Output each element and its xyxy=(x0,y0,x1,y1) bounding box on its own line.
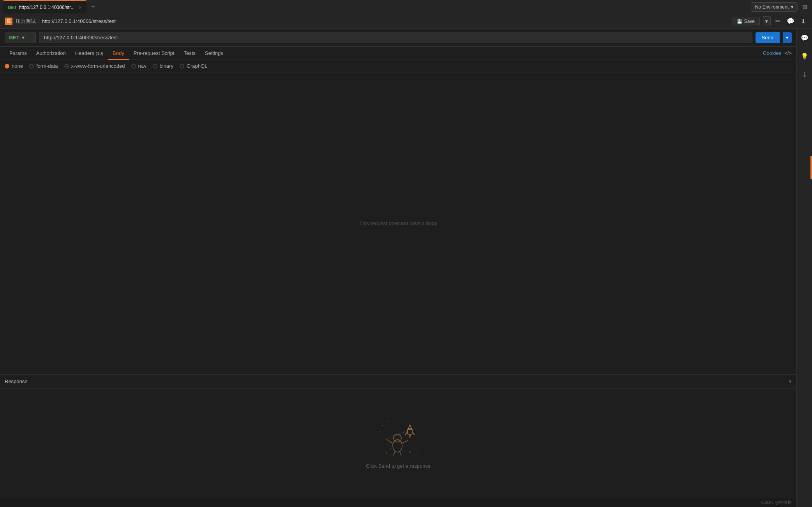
tab-close-icon[interactable]: × xyxy=(78,4,81,11)
tab-method-badge: GET xyxy=(8,5,17,10)
url-input[interactable] xyxy=(39,32,752,43)
tab-title: http://127.0.0.1:40006/str... xyxy=(19,5,75,10)
info-sidebar-icon[interactable]: ℹ xyxy=(801,69,808,81)
send-dropdown-button[interactable]: ▾ xyxy=(783,32,792,43)
response-body: Click Send to get a response xyxy=(0,389,796,498)
svg-point-8 xyxy=(395,435,400,441)
content-wrapper: GET ▾ Send ▾ Params Authorization Header… xyxy=(0,29,796,507)
no-body-text: This request does not have a body xyxy=(359,220,437,226)
svg-point-0 xyxy=(386,452,387,454)
save-label: Save xyxy=(744,19,755,24)
radio-graphql-label: GraphQL xyxy=(187,63,207,69)
radio-binary-dot xyxy=(153,64,157,69)
request-bar: GET ▾ Send ▾ xyxy=(0,29,796,47)
response-empty-text: Click Send to get a response xyxy=(366,463,431,469)
sidebar-accent-bar xyxy=(810,156,812,179)
svg-point-2 xyxy=(417,450,418,451)
environment-label: No Environment xyxy=(755,4,789,10)
send-button[interactable]: Send xyxy=(756,32,780,43)
body-option-binary[interactable]: binary xyxy=(153,63,173,69)
body-option-none[interactable]: none xyxy=(5,63,23,69)
tab-tests[interactable]: Tests xyxy=(179,47,200,60)
chat-sidebar-icon[interactable]: 💬 xyxy=(798,32,811,44)
radio-none-label: none xyxy=(12,63,23,69)
svg-point-1 xyxy=(409,451,411,453)
method-label: GET xyxy=(9,35,19,40)
radio-raw-dot xyxy=(131,64,136,69)
svg-point-12 xyxy=(404,450,405,451)
response-title: Response xyxy=(5,378,28,384)
code-icon[interactable]: </> xyxy=(784,50,792,56)
radio-urlencoded-dot: ✕ xyxy=(64,64,69,69)
method-selector[interactable]: GET ▾ xyxy=(5,32,36,43)
save-button[interactable]: 💾 Save xyxy=(732,17,760,26)
svg-point-10 xyxy=(390,447,391,449)
tab-settings[interactable]: Settings xyxy=(200,47,228,60)
svg-point-11 xyxy=(392,452,393,453)
astronaut-illustration xyxy=(375,418,422,457)
tab-right-actions: Cookies </> xyxy=(763,50,792,56)
radio-raw-label: raw xyxy=(138,63,147,69)
method-dropdown-icon: ▾ xyxy=(22,35,25,40)
request-body-area: This request does not have a body xyxy=(0,72,796,374)
edit-icon-button[interactable]: ✏ xyxy=(774,16,782,26)
save-icon: 💾 xyxy=(737,19,743,24)
breadcrumb-bar: 压 压力测试 / http://127.0.0.1:40006/stress/t… xyxy=(0,14,812,29)
breadcrumb-current: http://127.0.0.1:40006/stress/test xyxy=(42,18,116,24)
radio-binary-label: binary xyxy=(160,63,173,69)
response-section: Response ▾ xyxy=(0,374,796,498)
bulb-sidebar-icon[interactable]: 💡 xyxy=(798,50,811,62)
tab-bar: GET http://127.0.0.1:40006/str... × + No… xyxy=(0,0,812,14)
bottom-bar: CSDN @橙根树 xyxy=(0,498,796,507)
cookies-link[interactable]: Cookies xyxy=(763,50,781,56)
comment-icon-button[interactable]: 💬 xyxy=(785,16,796,26)
body-option-raw[interactable]: raw xyxy=(131,63,147,69)
tab-body[interactable]: Body xyxy=(108,47,129,60)
tab-bar-right: No Environment ▾ ⊞ xyxy=(751,2,809,12)
response-header[interactable]: Response ▾ xyxy=(0,375,796,389)
grid-icon[interactable]: ⊞ xyxy=(801,2,809,12)
breadcrumb-collection[interactable]: 压力测试 xyxy=(16,18,36,25)
radio-graphql-dot xyxy=(180,64,184,69)
response-chevron-icon: ▾ xyxy=(789,378,792,384)
body-option-graphql[interactable]: GraphQL xyxy=(180,63,207,69)
collection-icon: 压 xyxy=(5,18,12,25)
tab-pre-request-script[interactable]: Pre-request Script xyxy=(129,47,179,60)
bottom-credit: CSDN @橙根树 xyxy=(761,500,792,505)
request-tab-1[interactable]: GET http://127.0.0.1:40006/str... × xyxy=(3,0,86,14)
save-dropdown-button[interactable]: ▾ xyxy=(763,16,771,26)
body-option-form-data[interactable]: form-data xyxy=(29,63,58,69)
radio-urlencoded-label: x-www-form-urlencoded xyxy=(71,63,125,69)
request-tabs: Params Authorization Headers (10) Body P… xyxy=(0,47,796,60)
svg-point-5 xyxy=(380,431,381,432)
add-tab-button[interactable]: + xyxy=(88,3,99,11)
env-dropdown-icon: ▾ xyxy=(791,4,793,10)
tab-authorization[interactable]: Authorization xyxy=(32,47,71,60)
body-options: none form-data ✕ x-www-form-urlencoded r… xyxy=(0,60,796,72)
download-icon-button[interactable]: ⬇ xyxy=(799,16,807,26)
right-sidebar: 💬 💡 ℹ xyxy=(796,29,812,507)
environment-selector[interactable]: No Environment ▾ xyxy=(751,2,798,12)
svg-point-4 xyxy=(388,421,389,422)
radio-form-data-label: form-data xyxy=(36,63,58,69)
svg-point-6 xyxy=(393,440,402,452)
radio-none-dot xyxy=(5,64,9,69)
breadcrumb-actions: 💾 Save ▾ ✏ 💬 ⬇ xyxy=(732,16,807,26)
tab-headers[interactable]: Headers (10) xyxy=(71,47,108,60)
body-option-urlencoded[interactable]: ✕ x-www-form-urlencoded xyxy=(64,63,125,69)
tab-params[interactable]: Params xyxy=(5,47,32,60)
radio-form-data-dot xyxy=(29,64,34,69)
breadcrumb-separator: / xyxy=(38,18,40,24)
svg-point-3 xyxy=(382,425,383,426)
headers-badge: (10) xyxy=(95,51,103,56)
